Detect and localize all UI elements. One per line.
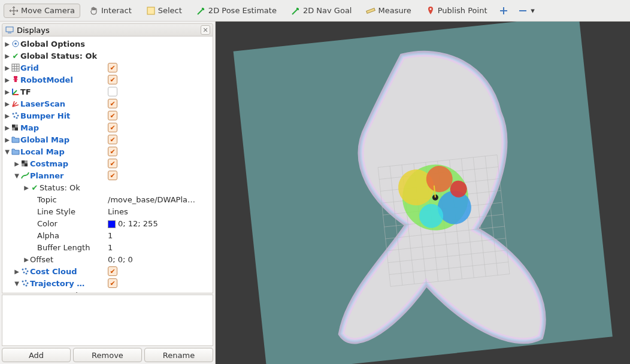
check-icon: ✔ (11, 51, 20, 60)
move-camera-button[interactable]: Move Camera (4, 4, 80, 18)
arrow-green-icon (196, 6, 206, 16)
viewport-3d[interactable] (216, 22, 630, 364)
svg-point-26 (13, 113, 14, 115)
tree-prop-color[interactable]: ▶ Color 0; 12; 255 (2, 217, 213, 229)
measure-button[interactable]: Measure (361, 4, 416, 18)
cost-cloud-checkbox[interactable]: ✔ (108, 266, 117, 276)
toolbar: Move Camera Interact Select 2D Pose Esti… (0, 0, 630, 22)
svg-point-48 (26, 285, 28, 287)
measure-label: Measure (378, 6, 411, 15)
grid-icon (11, 63, 20, 72)
tree-item-laserscan[interactable]: ▶ LaserScan ✔ (2, 98, 213, 110)
tree-prop-alpha[interactable]: ▶ Alpha 1 (2, 229, 213, 241)
tree-item-global-status[interactable]: ▶ ✔ Global Status: Ok (2, 50, 213, 62)
tree-item-global-options[interactable]: ▶ Global Options (2, 38, 213, 50)
svg-point-45 (25, 280, 27, 282)
nav-goal-button[interactable]: 2D Nav Goal (286, 4, 358, 18)
tf-icon (11, 87, 20, 96)
global-map-checkbox[interactable]: ✔ (108, 135, 117, 144)
pointcloud-icon (20, 266, 30, 276)
interact-label: Interact (101, 6, 132, 15)
svg-point-4 (429, 8, 431, 10)
svg-rect-17 (14, 76, 17, 78)
svg-point-40 (25, 268, 27, 270)
description-box (2, 295, 213, 346)
check-icon: ✔ (30, 290, 40, 293)
planner-checkbox[interactable]: ✔ (108, 171, 117, 180)
svg-point-46 (27, 283, 29, 284)
main-area: Displays ✕ ▶ Global Options ▶ ✔ Global S… (0, 22, 630, 364)
tree-item-planner[interactable]: ▼ Planner ✔ (2, 169, 213, 181)
arrow-green-icon (291, 6, 301, 16)
robotmodel-checkbox[interactable]: ✔ (108, 75, 117, 84)
trajectory-checkbox[interactable]: ✔ (108, 278, 117, 288)
map-icon (20, 159, 30, 168)
tree-item-grid[interactable]: ▶ Grid ✔ (2, 62, 213, 74)
pose-estimate-label: 2D Pose Estimate (208, 6, 277, 15)
displays-tree[interactable]: ▶ Global Options ▶ ✔ Global Status: Ok ▶… (2, 37, 213, 293)
add-tool-button[interactable] (496, 4, 511, 18)
laserscan-icon (11, 99, 20, 108)
tree-item-cost-cloud[interactable]: ▶ Cost Cloud ✔ (2, 265, 213, 277)
tree-prop-offset[interactable]: ▶ Offset 0; 0; 0 (2, 253, 213, 265)
tree-item-costmap[interactable]: ▶ Costmap ✔ (2, 157, 213, 169)
robot-icon (11, 75, 20, 84)
add-button[interactable]: Add (2, 348, 71, 362)
nav-goal-label: 2D Nav Goal (303, 6, 352, 15)
svg-rect-32 (15, 125, 18, 128)
folder-icon (11, 147, 20, 156)
svg-point-44 (22, 281, 24, 283)
svg-rect-36 (25, 160, 28, 163)
local-map-checkbox[interactable]: ✔ (108, 147, 117, 156)
tree-item-trajectory[interactable]: ▼ Trajectory … ✔ (2, 277, 213, 289)
tree-item-planner-status[interactable]: ▶ ✔ Status: Ok (2, 181, 213, 193)
interact-button[interactable]: Interact (84, 4, 137, 18)
remove-tool-button[interactable]: ▾ (515, 4, 538, 18)
panel-buttons: Add Remove Rename (0, 346, 215, 364)
bumper-hit-checkbox[interactable]: ✔ (108, 111, 117, 120)
pointcloud-icon (20, 278, 30, 288)
displays-panel-header[interactable]: Displays ✕ (2, 23, 213, 37)
grid-checkbox[interactable]: ✔ (108, 63, 117, 72)
pose-estimate-button[interactable]: 2D Pose Estimate (191, 4, 282, 18)
pointcloud-icon (11, 111, 20, 120)
tree-item-global-map[interactable]: ▶ Global Map ✔ (2, 134, 213, 145)
tree-item-map[interactable]: ▶ Map ✔ (2, 122, 213, 134)
svg-rect-34 (15, 128, 18, 131)
select-label: Select (158, 6, 182, 15)
tree-prop-buflen[interactable]: ▶ Buffer Length 1 (2, 241, 213, 253)
publish-point-button[interactable]: Publish Point (420, 4, 493, 18)
laserscan-checkbox[interactable]: ✔ (108, 99, 117, 108)
displays-title: Displays (17, 26, 50, 35)
tree-prop-linestyle[interactable]: ▶ Line Style Lines (2, 205, 213, 217)
svg-rect-3 (367, 8, 375, 13)
rename-button[interactable]: Rename (144, 348, 213, 362)
displays-icon (5, 25, 14, 35)
remove-button[interactable]: Remove (73, 348, 142, 362)
svg-point-11 (14, 43, 17, 45)
costmap-checkbox[interactable]: ✔ (108, 159, 117, 168)
tree-item-tf[interactable]: ▶ TF ✔ (2, 86, 213, 98)
tree-item-local-map[interactable]: ▼ Local Map ✔ (2, 145, 213, 157)
tf-checkbox[interactable]: ✔ (108, 87, 117, 96)
svg-point-28 (17, 115, 19, 117)
tree-item-robotmodel[interactable]: ▶ RobotModel ✔ (2, 74, 213, 86)
svg-rect-18 (14, 78, 17, 82)
tree-item-bumper-hit[interactable]: ▶ Bumper Hit ✔ (2, 110, 213, 122)
tree-item-trajectory-status[interactable]: ▶ ✔ Status: Ok (2, 289, 213, 293)
plus-icon (499, 6, 508, 16)
publish-point-label: Publish Point (438, 6, 487, 15)
svg-point-27 (16, 113, 17, 114)
hand-icon (89, 6, 99, 16)
svg-rect-37 (22, 163, 25, 166)
left-panel: Displays ✕ ▶ Global Options ▶ ✔ Global S… (0, 22, 216, 364)
close-icon[interactable]: ✕ (201, 25, 210, 35)
select-button[interactable]: Select (141, 4, 187, 18)
svg-point-43 (26, 273, 28, 275)
tree-prop-topic[interactable]: ▶ Topic /move_base/DWAPla… (2, 193, 213, 205)
check-icon: ✔ (30, 183, 40, 192)
map-checkbox[interactable]: ✔ (108, 123, 117, 132)
map-icon (11, 123, 20, 132)
svg-point-41 (27, 271, 29, 272)
svg-rect-33 (12, 128, 15, 131)
